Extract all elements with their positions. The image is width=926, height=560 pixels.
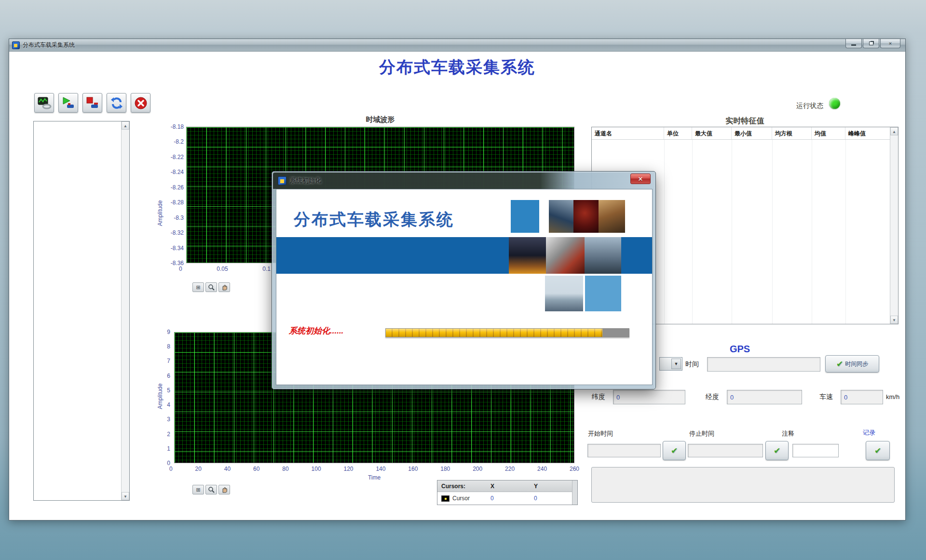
x-tick: 160 bbox=[408, 466, 418, 472]
stop-button[interactable] bbox=[82, 93, 102, 113]
stop-time-confirm-button[interactable]: ✔ bbox=[765, 441, 789, 460]
record-label: 记录 bbox=[863, 428, 875, 437]
note-field[interactable] bbox=[792, 444, 839, 457]
listbox-scrollbar[interactable]: ▲ ▼ bbox=[121, 121, 129, 500]
cursor-tool-icon[interactable]: ⊞ bbox=[192, 485, 204, 494]
mosaic-photo-rotor bbox=[599, 200, 625, 233]
run-status-led bbox=[829, 98, 840, 109]
cursors-header-label: Cursors: bbox=[437, 483, 490, 490]
cursor-x-header: X bbox=[490, 483, 534, 490]
feature-column-header: 峰峰值 bbox=[845, 127, 891, 139]
gps-port-combo[interactable]: ▼ bbox=[659, 357, 682, 371]
speed-field[interactable] bbox=[841, 390, 883, 404]
column-divider bbox=[664, 140, 665, 324]
x-tick: 80 bbox=[282, 466, 288, 472]
cursor-marker-icon bbox=[441, 495, 449, 502]
channel-listbox[interactable]: ▲ ▼ bbox=[33, 121, 130, 501]
bottom-chart-palette: ⊞ bbox=[192, 485, 230, 494]
latitude-field[interactable] bbox=[613, 390, 685, 404]
feature-table-header: 通道名单位最大值最小值均方根均值峰峰值 bbox=[592, 127, 898, 140]
y-tick: -8.22 bbox=[171, 154, 184, 160]
bottom-chart-xticks: 020406080100120140160180200220240260 bbox=[169, 466, 579, 472]
x-tick: 180 bbox=[440, 466, 450, 472]
latitude-label: 纬度 bbox=[592, 393, 605, 401]
top-chart-ylabel: Amplitude bbox=[157, 200, 163, 226]
start-time-label: 开始时间 bbox=[588, 429, 613, 438]
close-button[interactable]: × bbox=[880, 39, 900, 48]
mosaic-lightblue-tile bbox=[585, 276, 621, 311]
longitude-field[interactable] bbox=[727, 390, 802, 404]
pan-tool-icon[interactable] bbox=[218, 485, 230, 494]
mosaic-photo-carrier bbox=[549, 200, 573, 233]
dialog-titlebar[interactable]: 系统初始化 bbox=[273, 173, 654, 189]
stop-time-label: 停止时间 bbox=[689, 429, 714, 438]
column-divider bbox=[845, 140, 846, 324]
init-dialog: 系统初始化 ✕ 分布式车载采集系统 系统初始化...... bbox=[272, 171, 656, 389]
x-tick: 260 bbox=[570, 466, 579, 472]
mosaic-blue-tile bbox=[511, 200, 539, 233]
dialog-heading: 分布式车载采集系统 bbox=[294, 209, 454, 231]
time-sync-button[interactable]: ✔ 时间同步 bbox=[825, 355, 879, 373]
column-divider bbox=[772, 140, 773, 324]
feature-table-scrollbar[interactable]: ▲ ▼ bbox=[890, 127, 898, 324]
dialog-close-button[interactable]: ✕ bbox=[630, 173, 651, 184]
top-chart-title: 时域波形 bbox=[186, 115, 574, 124]
chevron-down-icon[interactable]: ▼ bbox=[671, 359, 681, 369]
scroll-down-icon[interactable]: ▼ bbox=[122, 492, 129, 500]
x-tick: 20 bbox=[195, 466, 202, 472]
y-tick: 1 bbox=[167, 445, 170, 452]
top-chart-xticks: 00.050.1 bbox=[179, 266, 271, 272]
y-tick: -8.2 bbox=[174, 138, 184, 145]
pan-tool-icon[interactable] bbox=[218, 282, 230, 292]
feature-column-header: 最小值 bbox=[732, 127, 772, 139]
mosaic-photo-engine bbox=[573, 200, 599, 233]
scroll-down-icon[interactable]: ▼ bbox=[890, 316, 898, 324]
zoom-tool-icon[interactable] bbox=[205, 282, 217, 292]
feature-column-header: 均方根 bbox=[772, 127, 812, 139]
column-divider bbox=[812, 140, 812, 324]
start-time-field[interactable] bbox=[587, 444, 661, 457]
window-titlebar[interactable]: 分布式车载采集系统 × bbox=[9, 39, 905, 52]
y-tick: 8 bbox=[167, 343, 170, 350]
cursor-row[interactable]: Cursor 0 0 bbox=[437, 492, 577, 505]
top-chart-palette: ⊞ bbox=[192, 282, 230, 292]
minimize-icon bbox=[851, 44, 856, 46]
run-button[interactable] bbox=[58, 93, 78, 113]
init-status-text: 系统初始化...... bbox=[289, 325, 343, 336]
restore-icon bbox=[869, 41, 873, 45]
abort-button[interactable] bbox=[131, 93, 150, 113]
start-time-confirm-button[interactable]: ✔ bbox=[663, 441, 686, 460]
cursor-tool-icon[interactable]: ⊞ bbox=[192, 282, 204, 292]
stop-time-field[interactable] bbox=[688, 444, 763, 457]
hardware-config-button[interactable] bbox=[34, 93, 54, 113]
restore-button[interactable] bbox=[863, 39, 879, 48]
cursor-legend-scrollbar[interactable] bbox=[572, 480, 577, 505]
y-tick: -8.32 bbox=[171, 229, 184, 236]
x-tick: 220 bbox=[505, 466, 515, 472]
zoom-tool-icon[interactable] bbox=[205, 485, 217, 494]
run-status-label: 运行状态 bbox=[796, 102, 823, 110]
dialog-title: 系统初始化 bbox=[290, 176, 321, 185]
record-confirm-button[interactable]: ✔ bbox=[866, 441, 890, 460]
y-tick: 4 bbox=[167, 401, 170, 408]
scroll-up-icon[interactable]: ▲ bbox=[890, 127, 898, 135]
cursor-legend-header: Cursors: X Y bbox=[437, 480, 577, 492]
feature-column-header: 通道名 bbox=[592, 127, 664, 139]
feature-column-header: 单位 bbox=[664, 127, 692, 139]
scroll-up-icon[interactable]: ▲ bbox=[122, 121, 129, 130]
refresh-button[interactable] bbox=[107, 93, 126, 113]
toolbar bbox=[34, 93, 150, 113]
run-icon bbox=[61, 96, 76, 110]
gps-time-field[interactable] bbox=[707, 357, 820, 372]
init-progress-bar bbox=[385, 328, 629, 337]
x-tick: 0.1 bbox=[262, 266, 271, 272]
x-tick: 0.05 bbox=[217, 266, 228, 272]
mosaic-photo-warship bbox=[545, 276, 583, 311]
y-tick: 6 bbox=[167, 373, 170, 379]
minimize-button[interactable] bbox=[845, 39, 862, 48]
feature-column-header: 最大值 bbox=[692, 127, 732, 139]
abort-icon bbox=[134, 96, 148, 110]
dialog-icon bbox=[278, 176, 286, 185]
check-icon: ✔ bbox=[774, 446, 780, 456]
x-tick: 120 bbox=[344, 466, 354, 472]
